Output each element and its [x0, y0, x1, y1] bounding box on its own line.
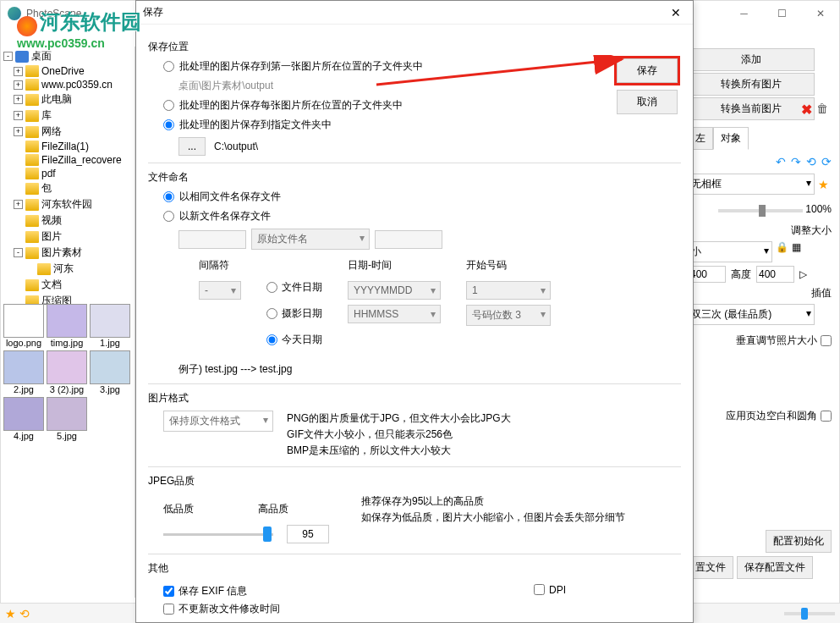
tree-item[interactable]: 河东: [2, 261, 133, 277]
tree-item[interactable]: +www.pc0359.cn: [2, 78, 133, 91]
tree-toggle-icon[interactable]: +: [14, 127, 23, 136]
save-location-label: 保存位置: [148, 40, 681, 54]
startnum-combo[interactable]: 1: [466, 281, 551, 300]
prefix-input[interactable]: [178, 230, 246, 249]
save-loc-radio-1[interactable]: [163, 61, 174, 72]
tree-item[interactable]: +网络: [2, 124, 133, 140]
browse-button[interactable]: ...: [178, 137, 206, 156]
quality-description: 推荐保存为95以上的高品质 如保存为低品质，图片大小能缩小，但图片会丢失部分细节: [361, 493, 625, 547]
thumbnail[interactable]: 3.jpg: [90, 350, 130, 394]
tree-item[interactable]: 包: [2, 180, 133, 196]
tree-item[interactable]: pdf: [2, 167, 133, 180]
height-label: 高度: [731, 267, 751, 282]
rotate-left-icon[interactable]: ⟲: [806, 155, 816, 168]
dialog-close-icon[interactable]: ✕: [666, 4, 686, 21]
tree-item[interactable]: +OneDrive: [2, 64, 133, 78]
tree-item[interactable]: 文档: [2, 277, 133, 293]
close-button[interactable]: ✕: [801, 1, 839, 26]
height-input[interactable]: [756, 266, 794, 283]
save-config-button[interactable]: 保存配置文件: [737, 556, 813, 579]
tree-item[interactable]: 视频: [2, 212, 133, 229]
add-button[interactable]: 添加: [688, 48, 815, 71]
quality-input[interactable]: [287, 525, 329, 543]
config-init-button[interactable]: 配置初始化: [766, 530, 832, 553]
save-loc-radio-3[interactable]: [163, 119, 174, 130]
today-date-radio[interactable]: [266, 334, 277, 345]
rotate-right-icon[interactable]: ⟳: [821, 155, 832, 168]
thumbnail[interactable]: 5.jpg: [47, 397, 87, 441]
folder-icon: [25, 247, 39, 259]
save-loc-radio-2[interactable]: [163, 100, 174, 111]
margin-round-label: 应用页边空白和圆角: [726, 409, 817, 423]
thumbnail[interactable]: logo.png: [3, 304, 44, 348]
undo-icon[interactable]: ↶: [776, 155, 786, 168]
grid-icon[interactable]: ▦: [792, 241, 801, 262]
time-format-combo[interactable]: HHMMSS: [348, 305, 441, 323]
tree-item[interactable]: FileZilla(1): [2, 140, 133, 153]
thumbnail[interactable]: timg.jpg: [47, 304, 87, 348]
format-combo[interactable]: 保持原文件格式: [163, 411, 273, 432]
tree-item[interactable]: -图片素材: [2, 245, 133, 261]
collapse-icon[interactable]: -: [3, 52, 13, 61]
digits-combo[interactable]: 号码位数 3: [466, 305, 551, 326]
quality-slider[interactable]: [163, 526, 273, 543]
cancel-button[interactable]: 取消: [617, 90, 678, 114]
refresh-icon[interactable]: ⟲: [19, 607, 30, 620]
output-path: C:\output\: [214, 141, 258, 152]
tree-toggle-icon[interactable]: +: [14, 80, 23, 90]
photo-date-radio[interactable]: [266, 308, 277, 319]
interp-dropdown[interactable]: 双三次 (最佳品质)▾: [688, 304, 815, 325]
notime-checkbox[interactable]: [163, 604, 174, 615]
tree-item[interactable]: 图片: [2, 229, 133, 245]
dpi-checkbox[interactable]: [534, 584, 545, 595]
star-icon[interactable]: ★: [5, 607, 16, 620]
tree-label: 库: [41, 108, 52, 123]
tree-toggle-icon[interactable]: +: [14, 200, 23, 209]
margin-round-checkbox[interactable]: [821, 411, 832, 422]
lock-icon[interactable]: 🔒: [776, 241, 788, 262]
separator-combo[interactable]: -: [199, 281, 241, 300]
file-date-radio[interactable]: [266, 282, 277, 293]
delete-icon[interactable]: ✖: [801, 102, 812, 118]
save-button[interactable]: 保存: [617, 58, 678, 83]
suffix-input[interactable]: [375, 230, 442, 249]
thumbnail[interactable]: 1.jpg: [90, 304, 130, 348]
tree-item[interactable]: +库: [2, 108, 133, 124]
thumbnail[interactable]: 4.jpg: [3, 397, 44, 441]
thumbnail[interactable]: 3 (2).jpg: [47, 350, 87, 394]
config-file-button[interactable]: 置文件: [688, 556, 733, 579]
tree-toggle-icon[interactable]: +: [14, 95, 23, 104]
vertical-adjust-checkbox[interactable]: [821, 335, 832, 346]
zoom-slider[interactable]: [784, 612, 835, 615]
folder-tree[interactable]: - 桌面 +OneDrive+www.pc0359.cn+此电脑+库+网络Fil…: [0, 47, 135, 311]
other-section-label: 其他: [148, 561, 681, 576]
star-frame-icon[interactable]: ★: [818, 178, 829, 191]
tree-toggle-icon[interactable]: +: [14, 67, 23, 76]
tree-label: 图片: [41, 229, 62, 244]
tree-label: 包: [41, 181, 52, 196]
maximize-button[interactable]: ☐: [763, 1, 801, 26]
tree-root[interactable]: - 桌面: [2, 48, 133, 64]
size-mode-dropdown[interactable]: 小▾: [688, 241, 772, 262]
tree-toggle-icon[interactable]: +: [14, 111, 23, 120]
filename-same-radio[interactable]: [163, 191, 174, 202]
tab-object[interactable]: 对象: [713, 127, 749, 150]
convert-all-button[interactable]: 转换所有图片: [688, 73, 815, 96]
exif-checkbox[interactable]: [163, 586, 174, 597]
tree-item[interactable]: +河东软件园: [2, 196, 133, 212]
thumbnail-label: 3.jpg: [90, 384, 130, 394]
frame-dropdown[interactable]: 无相框▾: [688, 174, 815, 195]
tree-toggle-icon[interactable]: -: [14, 248, 23, 257]
date-format-combo[interactable]: YYYYMMDD: [348, 281, 441, 300]
filename-new-radio[interactable]: [163, 211, 174, 222]
tree-item[interactable]: +此电脑: [2, 91, 133, 108]
trash-icon[interactable]: 🗑: [816, 102, 828, 115]
tree-item[interactable]: FileZilla_recovere: [2, 153, 133, 167]
thumbnail[interactable]: 2.jpg: [3, 350, 44, 394]
orig-filename-combo[interactable]: 原始文件名: [251, 229, 370, 250]
play-icon[interactable]: ▷: [799, 268, 807, 280]
opacity-slider[interactable]: [759, 205, 766, 217]
minimize-button[interactable]: ─: [725, 1, 763, 26]
redo-icon[interactable]: ↷: [791, 155, 801, 168]
convert-current-button[interactable]: 转换当前图片: [688, 97, 815, 120]
